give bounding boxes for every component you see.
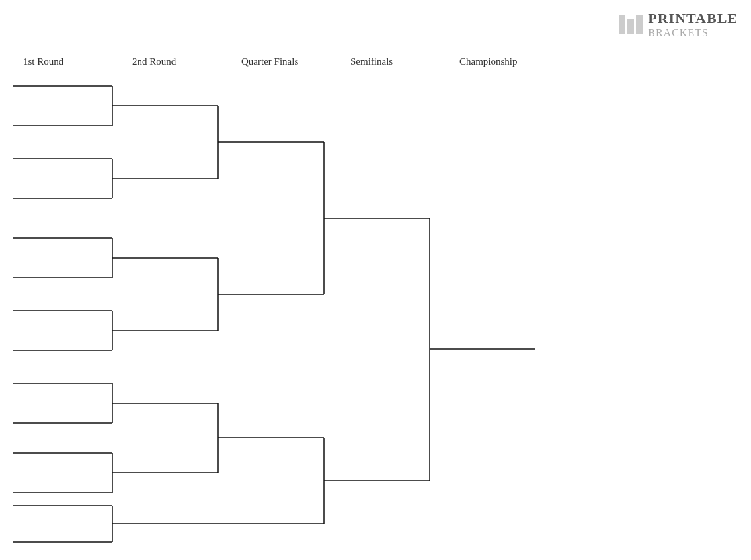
bracket-headers: 1st Round 2nd Round Quarter Finals Semif… — [0, 56, 751, 67]
logo: PRINTABLE BRACKETS — [619, 10, 738, 39]
header-round2: 2nd Round — [132, 56, 241, 67]
logo-line2: BRACKETS — [648, 27, 738, 39]
logo-icon — [619, 15, 643, 34]
logo-line1: PRINTABLE — [648, 10, 738, 27]
bracket: line, polyline, path { stroke: #111; str… — [13, 73, 674, 551]
header-semifinals: Semifinals — [350, 56, 459, 67]
header-round1: 1st Round — [23, 56, 132, 67]
header-quarterfinals: Quarter Finals — [241, 56, 350, 67]
logo-text: PRINTABLE BRACKETS — [648, 10, 738, 39]
bracket-svg: line, polyline, path { stroke: #111; str… — [13, 73, 674, 549]
header-championship: Championship — [459, 56, 569, 67]
